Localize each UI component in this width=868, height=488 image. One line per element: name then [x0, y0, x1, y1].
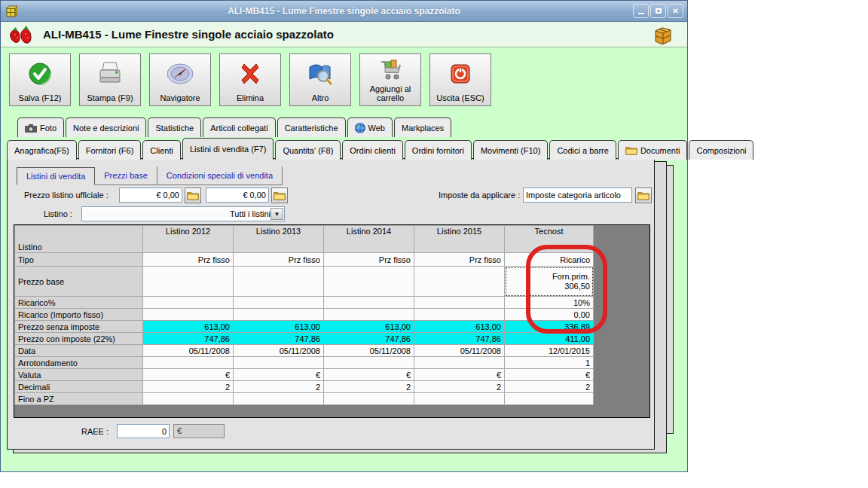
close-button[interactable]: ✕ [668, 4, 683, 18]
official-price-folder-button-1[interactable] [185, 188, 201, 203]
tab-articoli-collegati[interactable]: Articoli collegati [203, 117, 275, 137]
tab-clienti[interactable]: Clienti [142, 140, 181, 160]
exit-button[interactable]: Uscita (ESC) [429, 53, 491, 106]
cell[interactable]: 0,00 [505, 309, 594, 321]
cell[interactable]: 411,00 [505, 333, 594, 345]
cell[interactable]: 613,00 [324, 321, 414, 333]
cell[interactable] [234, 297, 324, 309]
cell[interactable]: 336,89 [505, 321, 594, 333]
raee-input[interactable] [117, 424, 170, 438]
cell[interactable] [324, 393, 414, 405]
print-button[interactable]: Stampa (F9) [79, 53, 141, 106]
cell[interactable] [234, 267, 324, 297]
cell[interactable] [234, 309, 324, 321]
cell[interactable]: 2 [505, 381, 594, 393]
cell[interactable]: Prz fisso [414, 253, 505, 267]
cell[interactable] [324, 309, 414, 321]
taxes-input[interactable] [523, 188, 632, 203]
taxes-folder-button[interactable] [635, 188, 652, 203]
cell[interactable]: 613,00 [414, 321, 505, 333]
tab-movimenti[interactable]: Movimenti (F10) [473, 140, 548, 160]
delete-button[interactable]: Elimina [219, 53, 281, 106]
cell[interactable]: Prz fisso [234, 253, 324, 267]
column-header[interactable]: Tecnost [505, 226, 594, 253]
cell[interactable]: 747,86 [143, 333, 234, 345]
cell[interactable]: 747,86 [324, 333, 414, 345]
tab-ordini-clienti[interactable]: Ordini clienti [342, 140, 403, 160]
cell[interactable] [143, 393, 234, 405]
cell[interactable] [143, 357, 234, 369]
cell[interactable]: € [505, 369, 594, 381]
official-price-input-2[interactable] [206, 188, 269, 203]
cell[interactable] [234, 393, 324, 405]
tab-anagrafica[interactable]: Anagrafica(F5) [7, 140, 77, 160]
cell[interactable]: 12/01/2015 [505, 345, 594, 357]
cell[interactable] [143, 267, 234, 297]
tab-quantita[interactable]: Quantita' (F8) [275, 140, 341, 160]
cell[interactable]: 1 [505, 357, 594, 369]
cell[interactable]: 747,86 [414, 333, 505, 345]
cell-focused[interactable]: Forn.prim. 306,50 [505, 267, 594, 297]
cell[interactable] [143, 297, 234, 309]
chevron-down-icon[interactable]: ▼ [270, 208, 283, 220]
tab-listini-di-vendita-inner[interactable]: Listini di vendita [17, 167, 95, 185]
cell[interactable]: 613,00 [143, 321, 234, 333]
cell[interactable]: 2 [143, 381, 234, 393]
cell[interactable]: 747,86 [234, 333, 324, 345]
tab-composizioni[interactable]: Composizioni [689, 140, 753, 160]
tab-documenti[interactable]: Documenti [618, 140, 688, 160]
cell[interactable] [324, 297, 414, 309]
cell[interactable]: Ricarico [505, 253, 594, 267]
official-price-input-1[interactable] [119, 188, 182, 203]
cell[interactable]: 05/11/2008 [143, 345, 234, 357]
save-button[interactable]: Salva (F12) [9, 53, 71, 106]
cell[interactable] [414, 267, 505, 297]
cell[interactable]: 05/11/2008 [414, 345, 505, 357]
maximize-button[interactable] [650, 4, 666, 18]
tab-condizioni-speciali[interactable]: Condizioni speciali di vendita [157, 166, 283, 185]
cell[interactable] [505, 393, 594, 405]
more-button[interactable]: Altro [289, 53, 351, 106]
cell[interactable]: € [234, 369, 324, 381]
column-header[interactable]: Listino 2014 [324, 226, 414, 253]
tab-markplaces[interactable]: Markplaces [394, 117, 451, 137]
cell[interactable] [414, 309, 505, 321]
navigator-button[interactable]: Navigatore [149, 53, 211, 106]
cell[interactable]: Prz fisso [143, 253, 234, 267]
cell[interactable]: 05/11/2008 [234, 345, 324, 357]
cell[interactable] [414, 393, 505, 405]
cell[interactable]: 10% [505, 297, 594, 309]
cell[interactable]: 05/11/2008 [324, 345, 414, 357]
official-price-folder-button-2[interactable] [271, 188, 288, 203]
listino-dropdown[interactable]: Tutti i listini ▼ [81, 206, 285, 221]
cell[interactable] [324, 267, 414, 297]
tab-codici-a-barre[interactable]: Codici a barre [549, 140, 616, 160]
cell[interactable]: 613,00 [234, 321, 324, 333]
column-header[interactable]: Listino 2012 [143, 226, 234, 253]
cell[interactable]: € [324, 369, 414, 381]
cell[interactable]: Prz fisso [324, 253, 414, 267]
cell[interactable] [234, 357, 324, 369]
cell[interactable]: € [414, 369, 505, 381]
tab-ordini-fornitori[interactable]: Ordini fornitori [405, 140, 472, 160]
cell[interactable]: 2 [234, 381, 324, 393]
cell[interactable] [414, 297, 505, 309]
column-header[interactable]: Listino 2015 [414, 226, 505, 253]
add-to-cart-button[interactable]: Aggiungi al carrello [359, 53, 421, 106]
minimize-button[interactable] [633, 4, 649, 18]
price-table[interactable]: Listino Listino 2012 Listino 2013 Listin… [14, 225, 594, 405]
tab-web[interactable]: Web [347, 117, 393, 137]
tab-caratteristiche[interactable]: Caratteristiche [277, 117, 346, 137]
cell[interactable]: 2 [324, 381, 414, 393]
tab-prezzi-base[interactable]: Prezzi base [95, 166, 157, 185]
title-bar[interactable]: ALI-MB415 - Lume Finestre singole acciai… [1, 1, 687, 22]
cell[interactable] [324, 357, 414, 369]
cell[interactable]: 2 [414, 381, 505, 393]
cell[interactable] [414, 357, 505, 369]
column-header[interactable]: Listino 2013 [234, 226, 324, 253]
tab-foto[interactable]: Foto [17, 117, 64, 137]
tab-statistiche[interactable]: Statistiche [148, 117, 201, 137]
tab-fornitori[interactable]: Fornitori (F6) [78, 140, 142, 160]
tab-note-e-descrizioni[interactable]: Note e descrizioni [66, 117, 146, 137]
cell[interactable]: € [143, 369, 234, 381]
